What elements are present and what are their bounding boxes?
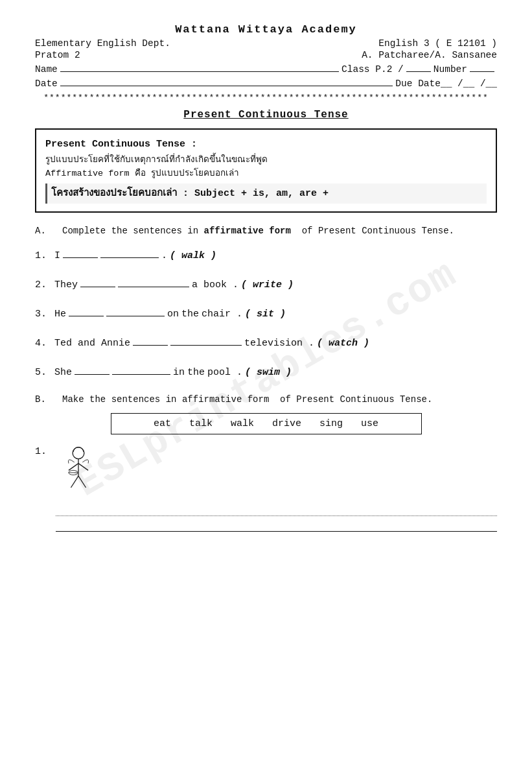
date-due-row: Date Due Date__ /__ /__ <box>35 76 497 89</box>
section-a-instruction: A. Complete the sentences in affirmative… <box>35 224 497 238</box>
svg-line-3 <box>78 464 88 471</box>
grammar-structure: โครงสร้างของประโยคบอกเล่า : Subject + is… <box>45 184 487 204</box>
word-sing: sing <box>319 418 343 429</box>
level-left: Pratom 2 <box>35 50 80 60</box>
item-4-obj: television . <box>244 335 314 352</box>
exercise-item-1: 1. I . ( walk ) <box>35 247 497 265</box>
exercise-item-5: 5. She in the pool . ( swim ) <box>35 364 497 381</box>
class-field[interactable] <box>406 62 431 72</box>
page-title: Present Continuous Tense <box>35 109 497 121</box>
item-1-hint: ( walk ) <box>170 247 216 265</box>
word-use: use <box>361 418 378 429</box>
word-walk: walk <box>231 418 254 429</box>
section-a-bold: affirmative form <box>203 226 290 236</box>
section-b-outro: of Present Continuous Tense. <box>280 394 432 405</box>
item-1-period: . <box>161 247 167 265</box>
figure-area-1 <box>56 446 497 498</box>
class-label: Class P.2 / <box>341 64 404 75</box>
item-1-blank1[interactable] <box>63 248 98 258</box>
grammar-box-title: Present Continuous Tense : <box>45 136 487 153</box>
item-5-blank1[interactable] <box>75 364 110 375</box>
item-5-hint: ( swim ) <box>245 364 292 381</box>
item-5-num: 5. <box>35 367 49 378</box>
item-1-num: 1. <box>35 250 49 261</box>
item-3-num: 3. <box>35 309 49 320</box>
item-2-blank1[interactable] <box>80 277 115 287</box>
item-4-subject: Ted and Annie <box>54 335 130 352</box>
section-b-instruction: B. Make the sentences in affirmative for… <box>35 393 497 407</box>
item-3-the: the <box>181 305 199 323</box>
item-3-blank1[interactable] <box>69 306 104 316</box>
section-a-intro: Complete the sentences in <box>62 226 198 236</box>
word-talk: talk <box>189 418 213 429</box>
item-2-blank2[interactable] <box>118 277 189 287</box>
dept-left: Elementary English Dept. <box>35 38 170 49</box>
item-4-blank2[interactable] <box>170 335 242 346</box>
name-class-row: Name Class P.2 / Number <box>35 62 497 75</box>
exercise-item-2: 2. They a book . ( write ) <box>35 276 497 294</box>
item-5-subject: She <box>54 364 72 381</box>
section-a-label: A. <box>35 226 46 236</box>
item-5-the: the <box>187 364 205 381</box>
stars-divider: ****************************************… <box>35 93 497 102</box>
section-b-item-1-content <box>56 446 497 532</box>
item-3-prep: on <box>167 305 179 323</box>
svg-line-5 <box>78 476 86 488</box>
item-4-hint: ( watch ) <box>317 335 369 352</box>
stick-figure-1 <box>56 446 101 498</box>
item-5-prep: in <box>173 364 185 381</box>
date-label: Date <box>35 78 58 89</box>
exercise-item-4: 4. Ted and Annie television . ( watch ) <box>35 335 497 352</box>
header-level-row: Pratom 2 A. Patcharee/A. Sansanee <box>35 50 497 60</box>
item-2-hint: ( write ) <box>241 276 294 294</box>
name-field[interactable] <box>60 62 339 72</box>
item-4-blank1[interactable] <box>133 335 168 346</box>
word-bank-box: eat talk walk drive sing use <box>111 413 422 434</box>
section-b-item-1: 1. <box>35 446 497 532</box>
svg-line-2 <box>69 464 78 471</box>
name-label: Name <box>35 64 58 75</box>
item-1-content: I . ( walk ) <box>54 247 216 265</box>
grammar-affirmative: Affirmative form คือ รูปแบบประโยคบอกเล่า <box>45 167 487 181</box>
item-5-noun: pool . <box>207 364 242 381</box>
item-4-num: 4. <box>35 338 49 349</box>
grammar-thai1: รูปแบบประโยคที่ใช้กับเหตุการณ์ที่กำลังเก… <box>45 153 487 167</box>
item-5-blank2[interactable] <box>112 364 170 375</box>
item-2-num: 2. <box>35 279 49 290</box>
item-1-subject: I <box>54 247 60 265</box>
dept-right: English 3 ( E 12101 ) <box>378 38 497 49</box>
item-3-noun: chair . <box>202 305 242 323</box>
section-b-answer-solid-1[interactable] <box>56 519 497 532</box>
item-3-blank2[interactable] <box>106 306 165 316</box>
exercise-item-3: 3. He on the chair . ( sit ) <box>35 305 497 323</box>
item-3-content: He on the chair . ( sit ) <box>54 305 286 323</box>
section-b-answer-dotted-1[interactable] <box>56 503 497 516</box>
item-3-subject: He <box>54 305 66 323</box>
due-label: Due Date__ /__ /__ <box>395 78 497 89</box>
item-3-hint: ( sit ) <box>245 305 286 323</box>
item-2-content: They a book . ( write ) <box>54 276 294 294</box>
item-5-content: She in the pool . ( swim ) <box>54 364 292 381</box>
section-b-bold: affirmative form <box>182 394 269 405</box>
section-b-item-1-num: 1. <box>35 446 49 457</box>
date-field[interactable] <box>60 76 393 86</box>
level-right: A. Patcharee/A. Sansanee <box>362 50 497 60</box>
section-b-intro: Make the sentences in <box>62 394 176 405</box>
header-dept-row: Elementary English Dept. English 3 ( E 1… <box>35 38 497 49</box>
svg-line-4 <box>71 476 78 488</box>
grammar-box: Present Continuous Tense : รูปแบบประโยคท… <box>35 128 497 213</box>
item-4-content: Ted and Annie television . ( watch ) <box>54 335 369 352</box>
section-a-outro: of Present Continuous Tense. <box>302 226 454 236</box>
number-field[interactable] <box>470 62 494 72</box>
word-eat: eat <box>154 418 171 429</box>
item-2-obj: a book . <box>192 276 238 294</box>
item-1-blank2[interactable] <box>100 248 159 258</box>
number-label: Number <box>434 64 467 75</box>
item-2-subject: They <box>54 276 78 294</box>
section-b-label: B. <box>35 394 46 405</box>
school-name: Wattana Wittaya Academy <box>35 23 497 36</box>
word-drive: drive <box>272 418 301 429</box>
